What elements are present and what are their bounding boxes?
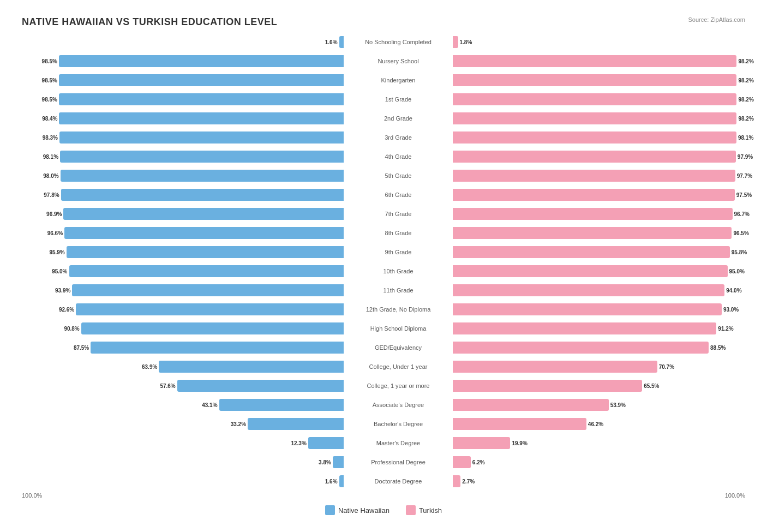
bar-row: 33.2%Bachelor's Degree46.2% <box>22 415 745 433</box>
bar-label-right: 96.7% <box>733 211 750 217</box>
bar-label-left: 92.6% <box>59 307 76 313</box>
bar-row: 95.0%10th Grade95.0% <box>22 262 745 280</box>
bar-turkish: 94.0% <box>453 284 724 296</box>
bar-label-right: 95.8% <box>730 249 747 255</box>
axis-bottom-labels: 100.0% 100.0% <box>22 492 745 499</box>
bar-category-label: 1st Grade <box>344 96 453 103</box>
bar-label-left: 96.9% <box>46 211 63 217</box>
bar-label-right: 53.9% <box>609 402 626 408</box>
bar-native-hawaiian: 1.6% <box>339 475 344 487</box>
bar-turkish: 65.5% <box>453 380 642 392</box>
bar-category-label: No Schooling Completed <box>344 39 453 45</box>
bar-label-right: 94.0% <box>724 288 741 294</box>
bar-category-label: 6th Grade <box>344 192 453 198</box>
bar-label-left: 1.6% <box>325 39 339 45</box>
legend: Native Hawaiian Turkish <box>22 505 745 515</box>
bar-category-label: 8th Grade <box>344 230 453 236</box>
bar-native-hawaiian: 95.0% <box>69 265 344 277</box>
bar-native-hawaiian: 98.5% <box>59 55 344 67</box>
bar-label-right: 97.9% <box>736 154 753 160</box>
bar-label-left: 98.5% <box>42 97 59 103</box>
bar-label-right: 2.7% <box>460 479 475 485</box>
bar-label-right: 19.9% <box>510 440 527 446</box>
bar-category-label: 12th Grade, No Diploma <box>344 306 453 313</box>
bar-native-hawaiian: 98.4% <box>59 112 344 124</box>
bar-row: 92.6%12th Grade, No Diploma93.0% <box>22 301 745 318</box>
bar-label-right: 95.0% <box>728 268 745 274</box>
bar-label-right: 91.2% <box>716 326 733 332</box>
bar-label-right: 65.5% <box>642 383 659 389</box>
chart-container: NATIVE HAWAIIAN VS TURKISH EDUCATION LEV… <box>11 11 756 526</box>
bar-category-label: Doctorate Degree <box>344 478 453 485</box>
bar-turkish: 88.5% <box>453 342 709 354</box>
bar-turkish: 46.2% <box>453 418 586 430</box>
axis-right-label: 100.0% <box>725 492 745 499</box>
bar-native-hawaiian: 1.6% <box>339 36 344 48</box>
bar-label-right: 46.2% <box>586 421 603 427</box>
bar-category-label: 11th Grade <box>344 287 453 294</box>
bar-turkish: 98.2% <box>453 74 736 86</box>
bar-turkish: 93.0% <box>453 303 722 315</box>
legend-native-hawaiian-label: Native Hawaiian <box>338 506 390 515</box>
legend-turkish: Turkish <box>406 505 442 515</box>
bar-label-right: 98.2% <box>736 77 753 83</box>
bar-native-hawaiian: 92.6% <box>76 303 344 315</box>
bar-row: 98.5%Nursery School98.2% <box>22 52 745 70</box>
bar-category-label: 3rd Grade <box>344 134 453 141</box>
bar-row: 57.6%College, 1 year or more65.5% <box>22 377 745 394</box>
legend-native-hawaiian-box <box>325 505 335 515</box>
bar-label-left: 63.9% <box>142 364 159 370</box>
bar-label-right: 6.2% <box>471 459 485 465</box>
bar-category-label: 4th Grade <box>344 153 453 160</box>
chart-area: 1.6%No Schooling Completed1.8%98.5%Nurse… <box>22 33 745 490</box>
bar-turkish: 6.2% <box>453 456 471 468</box>
bar-native-hawaiian: 96.6% <box>64 227 344 239</box>
bar-turkish: 91.2% <box>453 322 716 334</box>
bar-label-left: 90.8% <box>64 326 81 332</box>
bar-category-label: 2nd Grade <box>344 115 453 122</box>
bar-native-hawaiian: 96.9% <box>63 208 344 220</box>
bar-row: 96.9%7th Grade96.7% <box>22 205 745 223</box>
bar-native-hawaiian: 95.9% <box>67 246 344 258</box>
bar-native-hawaiian: 87.5% <box>91 342 344 354</box>
bar-category-label: College, Under 1 year <box>344 363 453 370</box>
bar-row: 3.8%Professional Degree6.2% <box>22 453 745 471</box>
bar-native-hawaiian: 97.8% <box>61 189 344 201</box>
bar-category-label: GED/Equivalency <box>344 344 453 351</box>
bar-native-hawaiian: 98.5% <box>59 93 344 105</box>
bar-label-left: 93.9% <box>55 288 72 294</box>
bar-native-hawaiian: 57.6% <box>177 380 344 392</box>
bar-turkish: 95.0% <box>453 265 728 277</box>
chart-title: NATIVE HAWAIIAN VS TURKISH EDUCATION LEV… <box>22 16 745 28</box>
bar-turkish: 98.2% <box>453 112 736 124</box>
bar-row: 87.5%GED/Equivalency88.5% <box>22 339 745 356</box>
bar-category-label: Associate's Degree <box>344 402 453 408</box>
bar-label-right: 70.7% <box>657 364 674 370</box>
bar-native-hawaiian: 33.2% <box>248 418 344 430</box>
bar-row: 43.1%Associate's Degree53.9% <box>22 396 745 414</box>
bar-native-hawaiian: 3.8% <box>333 456 344 468</box>
bar-turkish: 96.7% <box>453 208 733 220</box>
bar-turkish: 98.2% <box>453 93 736 105</box>
bar-native-hawaiian: 63.9% <box>159 361 344 373</box>
bar-label-right: 98.2% <box>736 116 753 122</box>
bar-native-hawaiian: 43.1% <box>219 399 344 411</box>
bar-category-label: Nursery School <box>344 58 453 64</box>
bar-label-left: 97.8% <box>44 192 61 198</box>
bar-category-label: Professional Degree <box>344 459 453 465</box>
bar-label-right: 93.0% <box>722 307 739 313</box>
bar-label-right: 1.8% <box>458 39 472 45</box>
bar-row: 98.0%5th Grade97.7% <box>22 167 745 184</box>
legend-native-hawaiian: Native Hawaiian <box>325 505 390 515</box>
bar-row: 98.5%Kindergarten98.2% <box>22 71 745 89</box>
axis-left-label: 100.0% <box>22 492 42 499</box>
bar-turkish: 97.5% <box>453 189 735 201</box>
bar-category-label: 9th Grade <box>344 249 453 255</box>
bar-native-hawaiian: 12.3% <box>308 437 344 449</box>
bar-native-hawaiian: 98.1% <box>60 151 344 163</box>
bar-label-left: 33.2% <box>231 421 248 427</box>
bar-label-left: 43.1% <box>202 402 219 408</box>
legend-turkish-box <box>406 505 416 515</box>
bar-label-left: 98.4% <box>42 116 59 122</box>
bar-turkish: 1.8% <box>453 36 458 48</box>
